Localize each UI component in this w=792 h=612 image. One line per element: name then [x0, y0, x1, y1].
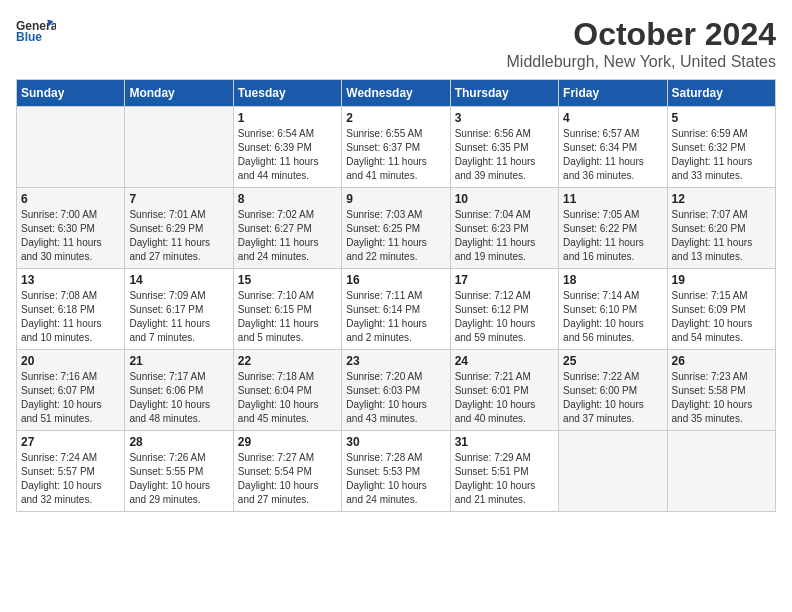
day-number: 21 — [129, 354, 228, 368]
table-row — [667, 431, 775, 512]
table-row: 21Sunrise: 7:17 AM Sunset: 6:06 PM Dayli… — [125, 350, 233, 431]
day-info: Sunrise: 6:56 AM Sunset: 6:35 PM Dayligh… — [455, 127, 554, 183]
table-row: 30Sunrise: 7:28 AM Sunset: 5:53 PM Dayli… — [342, 431, 450, 512]
table-row: 29Sunrise: 7:27 AM Sunset: 5:54 PM Dayli… — [233, 431, 341, 512]
table-row: 7Sunrise: 7:01 AM Sunset: 6:29 PM Daylig… — [125, 188, 233, 269]
table-row: 20Sunrise: 7:16 AM Sunset: 6:07 PM Dayli… — [17, 350, 125, 431]
day-number: 3 — [455, 111, 554, 125]
table-row: 19Sunrise: 7:15 AM Sunset: 6:09 PM Dayli… — [667, 269, 775, 350]
day-info: Sunrise: 7:11 AM Sunset: 6:14 PM Dayligh… — [346, 289, 445, 345]
table-row: 11Sunrise: 7:05 AM Sunset: 6:22 PM Dayli… — [559, 188, 667, 269]
table-row: 4Sunrise: 6:57 AM Sunset: 6:34 PM Daylig… — [559, 107, 667, 188]
day-info: Sunrise: 7:16 AM Sunset: 6:07 PM Dayligh… — [21, 370, 120, 426]
table-row: 31Sunrise: 7:29 AM Sunset: 5:51 PM Dayli… — [450, 431, 558, 512]
day-info: Sunrise: 7:05 AM Sunset: 6:22 PM Dayligh… — [563, 208, 662, 264]
svg-text:Blue: Blue — [16, 30, 42, 44]
day-number: 23 — [346, 354, 445, 368]
table-row: 18Sunrise: 7:14 AM Sunset: 6:10 PM Dayli… — [559, 269, 667, 350]
day-number: 30 — [346, 435, 445, 449]
day-info: Sunrise: 7:09 AM Sunset: 6:17 PM Dayligh… — [129, 289, 228, 345]
day-info: Sunrise: 7:26 AM Sunset: 5:55 PM Dayligh… — [129, 451, 228, 507]
day-info: Sunrise: 6:59 AM Sunset: 6:32 PM Dayligh… — [672, 127, 771, 183]
table-row: 1Sunrise: 6:54 AM Sunset: 6:39 PM Daylig… — [233, 107, 341, 188]
day-info: Sunrise: 7:02 AM Sunset: 6:27 PM Dayligh… — [238, 208, 337, 264]
day-number: 19 — [672, 273, 771, 287]
day-number: 17 — [455, 273, 554, 287]
day-info: Sunrise: 7:04 AM Sunset: 6:23 PM Dayligh… — [455, 208, 554, 264]
day-info: Sunrise: 7:03 AM Sunset: 6:25 PM Dayligh… — [346, 208, 445, 264]
day-number: 2 — [346, 111, 445, 125]
day-number: 7 — [129, 192, 228, 206]
day-info: Sunrise: 7:29 AM Sunset: 5:51 PM Dayligh… — [455, 451, 554, 507]
header-friday: Friday — [559, 80, 667, 107]
day-info: Sunrise: 7:27 AM Sunset: 5:54 PM Dayligh… — [238, 451, 337, 507]
day-number: 22 — [238, 354, 337, 368]
day-number: 11 — [563, 192, 662, 206]
day-info: Sunrise: 7:07 AM Sunset: 6:20 PM Dayligh… — [672, 208, 771, 264]
day-number: 10 — [455, 192, 554, 206]
table-row: 5Sunrise: 6:59 AM Sunset: 6:32 PM Daylig… — [667, 107, 775, 188]
day-info: Sunrise: 7:17 AM Sunset: 6:06 PM Dayligh… — [129, 370, 228, 426]
table-row: 16Sunrise: 7:11 AM Sunset: 6:14 PM Dayli… — [342, 269, 450, 350]
calendar-week-row: 6Sunrise: 7:00 AM Sunset: 6:30 PM Daylig… — [17, 188, 776, 269]
day-info: Sunrise: 7:28 AM Sunset: 5:53 PM Dayligh… — [346, 451, 445, 507]
table-row: 2Sunrise: 6:55 AM Sunset: 6:37 PM Daylig… — [342, 107, 450, 188]
header-sunday: Sunday — [17, 80, 125, 107]
calendar-week-row: 1Sunrise: 6:54 AM Sunset: 6:39 PM Daylig… — [17, 107, 776, 188]
day-number: 12 — [672, 192, 771, 206]
table-row: 28Sunrise: 7:26 AM Sunset: 5:55 PM Dayli… — [125, 431, 233, 512]
calendar-month-year: October 2024 — [507, 16, 776, 53]
logo-icon: General Blue — [16, 16, 56, 46]
table-row: 6Sunrise: 7:00 AM Sunset: 6:30 PM Daylig… — [17, 188, 125, 269]
day-number: 4 — [563, 111, 662, 125]
table-row: 10Sunrise: 7:04 AM Sunset: 6:23 PM Dayli… — [450, 188, 558, 269]
day-number: 28 — [129, 435, 228, 449]
day-info: Sunrise: 7:18 AM Sunset: 6:04 PM Dayligh… — [238, 370, 337, 426]
day-number: 8 — [238, 192, 337, 206]
day-number: 15 — [238, 273, 337, 287]
header-monday: Monday — [125, 80, 233, 107]
page-header: General Blue October 2024 Middleburgh, N… — [16, 16, 776, 71]
calendar-week-row: 27Sunrise: 7:24 AM Sunset: 5:57 PM Dayli… — [17, 431, 776, 512]
logo: General Blue — [16, 16, 56, 46]
table-row — [125, 107, 233, 188]
day-info: Sunrise: 7:23 AM Sunset: 5:58 PM Dayligh… — [672, 370, 771, 426]
header-saturday: Saturday — [667, 80, 775, 107]
day-info: Sunrise: 6:55 AM Sunset: 6:37 PM Dayligh… — [346, 127, 445, 183]
table-row: 13Sunrise: 7:08 AM Sunset: 6:18 PM Dayli… — [17, 269, 125, 350]
calendar-location: Middleburgh, New York, United States — [507, 53, 776, 71]
day-number: 20 — [21, 354, 120, 368]
header-thursday: Thursday — [450, 80, 558, 107]
day-info: Sunrise: 7:08 AM Sunset: 6:18 PM Dayligh… — [21, 289, 120, 345]
day-number: 31 — [455, 435, 554, 449]
day-number: 27 — [21, 435, 120, 449]
table-row: 8Sunrise: 7:02 AM Sunset: 6:27 PM Daylig… — [233, 188, 341, 269]
day-info: Sunrise: 7:21 AM Sunset: 6:01 PM Dayligh… — [455, 370, 554, 426]
day-info: Sunrise: 7:14 AM Sunset: 6:10 PM Dayligh… — [563, 289, 662, 345]
day-number: 13 — [21, 273, 120, 287]
table-row: 15Sunrise: 7:10 AM Sunset: 6:15 PM Dayli… — [233, 269, 341, 350]
table-row — [17, 107, 125, 188]
table-row: 3Sunrise: 6:56 AM Sunset: 6:35 PM Daylig… — [450, 107, 558, 188]
table-row: 26Sunrise: 7:23 AM Sunset: 5:58 PM Dayli… — [667, 350, 775, 431]
day-number: 29 — [238, 435, 337, 449]
table-row: 14Sunrise: 7:09 AM Sunset: 6:17 PM Dayli… — [125, 269, 233, 350]
day-number: 5 — [672, 111, 771, 125]
table-row: 17Sunrise: 7:12 AM Sunset: 6:12 PM Dayli… — [450, 269, 558, 350]
calendar-week-row: 20Sunrise: 7:16 AM Sunset: 6:07 PM Dayli… — [17, 350, 776, 431]
day-number: 26 — [672, 354, 771, 368]
day-info: Sunrise: 7:00 AM Sunset: 6:30 PM Dayligh… — [21, 208, 120, 264]
day-info: Sunrise: 6:57 AM Sunset: 6:34 PM Dayligh… — [563, 127, 662, 183]
table-row: 27Sunrise: 7:24 AM Sunset: 5:57 PM Dayli… — [17, 431, 125, 512]
table-row — [559, 431, 667, 512]
table-row: 24Sunrise: 7:21 AM Sunset: 6:01 PM Dayli… — [450, 350, 558, 431]
weekday-header-row: Sunday Monday Tuesday Wednesday Thursday… — [17, 80, 776, 107]
day-number: 6 — [21, 192, 120, 206]
day-info: Sunrise: 7:12 AM Sunset: 6:12 PM Dayligh… — [455, 289, 554, 345]
table-row: 25Sunrise: 7:22 AM Sunset: 6:00 PM Dayli… — [559, 350, 667, 431]
day-info: Sunrise: 7:15 AM Sunset: 6:09 PM Dayligh… — [672, 289, 771, 345]
day-number: 16 — [346, 273, 445, 287]
header-tuesday: Tuesday — [233, 80, 341, 107]
calendar-week-row: 13Sunrise: 7:08 AM Sunset: 6:18 PM Dayli… — [17, 269, 776, 350]
table-row: 12Sunrise: 7:07 AM Sunset: 6:20 PM Dayli… — [667, 188, 775, 269]
